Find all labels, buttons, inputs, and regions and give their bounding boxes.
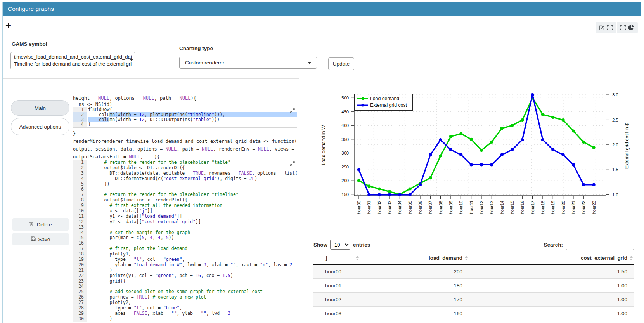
- sort-icon[interactable]: [356, 256, 359, 260]
- cell-value[interactable]: 180: [359, 279, 469, 293]
- code-line: DT::formatRound(c("cost_external_grid"),…: [87, 176, 297, 182]
- code-line: type = "l", col = "blue",: [87, 306, 297, 311]
- code-line: DT::datatable(data, editable = TRUE, row…: [87, 171, 297, 176]
- svg-text:hour20: hour20: [561, 201, 566, 214]
- code-line: output$table <- DT::renderDT({: [87, 165, 297, 171]
- gutter-line-number: 30: [73, 316, 87, 322]
- fullscreen-icon: [620, 25, 626, 30]
- cell-value[interactable]: 170: [359, 293, 469, 307]
- delete-button[interactable]: Delete: [12, 218, 69, 231]
- svg-text:hour03: hour03: [387, 201, 392, 214]
- legend: Load demandExternal grid cost: [355, 94, 413, 111]
- ui-code-editor[interactable]: 1fluidRow(2 column(width = 12, plotOutpu…: [73, 107, 297, 128]
- svg-text:hour13: hour13: [489, 201, 494, 214]
- cell-j[interactable]: hour03: [313, 307, 359, 321]
- editor-row: 17 # first, plot the load demand: [73, 246, 297, 252]
- fullscreen-icon: [607, 25, 613, 30]
- gams-symbol-label: GAMS symbol: [12, 41, 47, 47]
- sort-icon[interactable]: [630, 256, 633, 260]
- code-line: column(width = 12, DT::DTOutput(ns("tabl…: [87, 117, 297, 122]
- svg-text:400: 400: [341, 123, 349, 128]
- svg-text:hour19: hour19: [551, 201, 555, 214]
- preview-fullscreen-button[interactable]: [617, 22, 638, 33]
- svg-text:Load demand in W: Load demand in W: [321, 125, 326, 165]
- gutter-line-number: 18: [73, 252, 87, 257]
- update-button[interactable]: Update: [328, 57, 354, 70]
- search-control: Search:: [544, 240, 634, 250]
- code-line: # add second plot on the same graph for …: [87, 289, 297, 295]
- edit-expand-button[interactable]: [596, 22, 616, 33]
- column-header-cost_external_grid[interactable]: cost_external_grid: [469, 252, 634, 265]
- floppy-icon: [31, 236, 36, 242]
- svg-text:hour00: hour00: [357, 201, 361, 214]
- code-line: plot(y1,: [87, 252, 297, 257]
- svg-text:hour02: hour02: [377, 201, 382, 214]
- gutter-line-number: 11: [73, 214, 87, 219]
- render-code-editor[interactable]: 1 # return the render for the placeholde…: [73, 160, 297, 323]
- table-controls: Show 10 entries Search:: [313, 239, 634, 250]
- editor-row: 25 # add second plot on the same graph f…: [73, 289, 297, 295]
- code-line: ylab = "Load demand in W", lwd = 3, xlab…: [87, 262, 297, 268]
- svg-text:hour23: hour23: [592, 201, 596, 214]
- cell-value[interactable]: 1.00: [469, 293, 634, 307]
- gutter-line-number: 5: [73, 182, 87, 187]
- editor-row: 10 x <- data[["j"]]: [73, 208, 297, 214]
- svg-text:500: 500: [341, 96, 349, 100]
- table-header-row: jload_demandcost_external_grid: [313, 252, 634, 265]
- expand-editor-icon[interactable]: [290, 108, 295, 115]
- table-row: hour002001.50: [313, 265, 634, 279]
- save-button[interactable]: Save: [12, 233, 69, 245]
- gutter-line-number: 14: [73, 230, 87, 236]
- sort-icon[interactable]: [465, 256, 468, 260]
- cell-j[interactable]: hour00: [313, 265, 359, 279]
- cell-value[interactable]: 200: [359, 265, 469, 279]
- svg-text:2.0: 2.0: [612, 142, 618, 147]
- editor-row: 15 par(mar = c(5, 4, 4, 5)): [73, 235, 297, 241]
- cell-value[interactable]: 1.00: [469, 307, 634, 321]
- editor-row: 16: [73, 241, 297, 246]
- editor-row: 7 # return the render for the placeholde…: [73, 192, 297, 198]
- code-line: # return the render for the placeholder …: [87, 192, 297, 198]
- cell-value[interactable]: 1.50: [469, 265, 634, 279]
- x-axis: hour00hour01hour02hour03hour04hour05hour…: [357, 196, 596, 214]
- code-line: # first extract all the needed informati…: [87, 203, 297, 208]
- code-line: [87, 225, 297, 230]
- charting-type-select[interactable]: Custom renderer: [179, 57, 317, 69]
- svg-text:hour21: hour21: [571, 201, 576, 214]
- gutter-line-number: 9: [73, 203, 87, 208]
- code-line: par(mar = c(5, 4, 4, 5)): [87, 235, 297, 241]
- column-header-j[interactable]: j: [313, 252, 359, 265]
- code-line: axes = FALSE, xlab = "", ylab = "", lwd …: [87, 311, 297, 316]
- search-input[interactable]: [566, 240, 634, 250]
- cell-j[interactable]: hour02: [313, 293, 359, 307]
- code-line: ): [87, 268, 297, 273]
- page-size-select[interactable]: 10: [330, 240, 350, 250]
- code-function-signature-top: height = NULL, options = NULL, path = NU…: [73, 95, 297, 108]
- expand-editor-icon[interactable]: [290, 161, 295, 167]
- editor-row: 18 plot(y1,: [73, 252, 297, 257]
- cell-value[interactable]: 1.00: [469, 279, 634, 293]
- series-load-demand: [357, 96, 596, 196]
- editor-row: 26 par(new = TRUE) # overlay a new plot: [73, 295, 297, 300]
- cell-value[interactable]: 160: [359, 307, 469, 321]
- column-header-load_demand[interactable]: load_demand: [359, 252, 469, 265]
- gutter-line-number: 23: [73, 279, 87, 284]
- svg-text:1.5: 1.5: [612, 167, 618, 172]
- svg-text:150: 150: [341, 192, 349, 197]
- save-label: Save: [38, 236, 50, 242]
- charting-type-label: Charting type: [179, 45, 213, 51]
- tab-advanced-options[interactable]: Advanced options: [11, 118, 69, 135]
- tab-main[interactable]: Main: [11, 100, 69, 116]
- editor-row: 12 y2 <- data[["cost_external_grid"]]: [73, 219, 297, 225]
- gutter-line-number: 7: [73, 192, 87, 198]
- code-line: grid(): [87, 279, 297, 284]
- cell-j[interactable]: hour01: [313, 279, 359, 293]
- add-graph-button[interactable]: +: [5, 20, 11, 30]
- column-label: load_demand: [429, 255, 462, 261]
- data-table: jload_demandcost_external_grid hour00200…: [313, 252, 634, 320]
- gutter-line-number: 19: [73, 257, 87, 262]
- gams-symbol-select[interactable]: timewise_load_demand_and_cost_external_g…: [10, 52, 135, 69]
- code-line: renderMirorenderer_timewise_load_demand_…: [73, 137, 297, 145]
- gutter-line-number: 1: [73, 107, 87, 112]
- gutter-line-number: 3: [73, 117, 87, 122]
